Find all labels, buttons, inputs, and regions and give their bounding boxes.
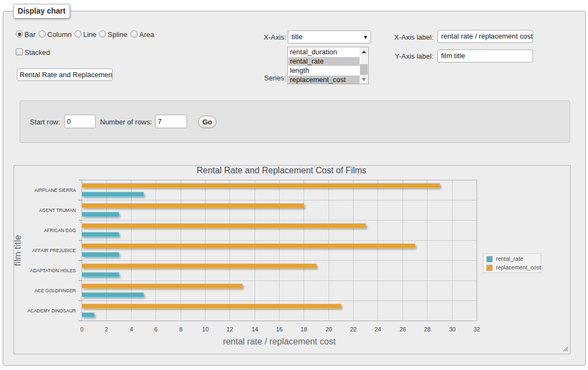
svg-text:32: 32 [473,326,480,333]
svg-text:Rental Rate and Replacement Co: Rental Rate and Replacement Cost of Film… [196,166,366,175]
svg-text:replacement_cost: replacement_cost [496,264,541,271]
svg-text:14: 14 [251,326,258,333]
svg-text:AFFAIR PREJUDICE: AFFAIR PREJUDICE [32,248,76,253]
svg-text:4: 4 [129,326,133,333]
svg-text:ADAPTATION HOLES: ADAPTATION HOLES [30,268,76,273]
svg-text:12: 12 [226,326,233,333]
svg-text:16: 16 [276,326,282,333]
svg-text:film title: film title [14,235,23,266]
svg-text:26: 26 [399,326,406,333]
svg-text:2: 2 [104,326,108,333]
svg-text:rental_rate: rental_rate [496,255,523,262]
svg-text:28: 28 [424,326,430,333]
svg-text:30: 30 [449,326,455,333]
svg-text:AIRPLANE SIERRA: AIRPLANE SIERRA [34,187,76,193]
svg-text:6: 6 [154,326,157,333]
svg-text:24: 24 [374,326,381,333]
svg-text:ACE GOLDFINGER: ACE GOLDFINGER [34,288,76,293]
svg-text:AGENT TRUMAN: AGENT TRUMAN [39,208,76,213]
svg-text:AFRICAN EGG: AFRICAN EGG [44,228,76,233]
svg-text:20: 20 [325,326,332,333]
svg-text:ACADEMY DINOSAUR: ACADEMY DINOSAUR [27,308,76,313]
svg-text:0: 0 [80,326,83,333]
svg-text:8: 8 [179,326,182,333]
svg-text:rental rate / replacement cost: rental rate / replacement cost [223,337,336,346]
svg-text:10: 10 [202,326,208,333]
svg-text:22: 22 [350,326,356,333]
svg-text:18: 18 [300,326,307,333]
